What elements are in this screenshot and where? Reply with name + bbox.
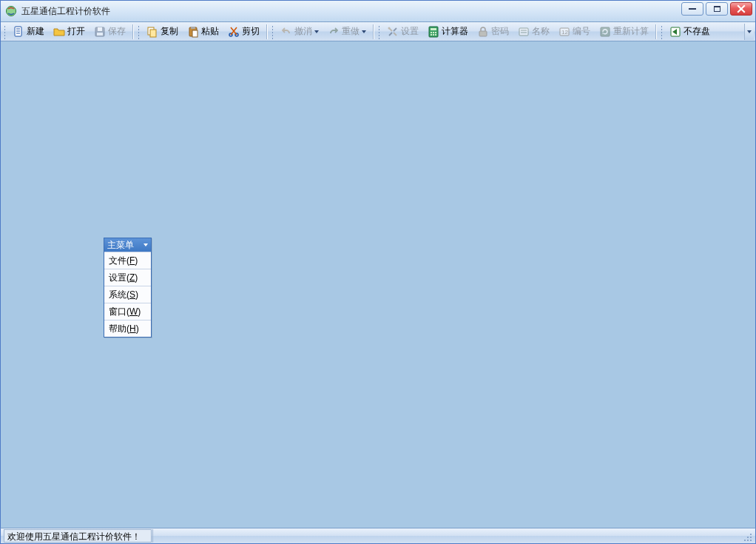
titlebar: 五星通信工程计价软件 bbox=[0, 0, 756, 21]
open-button[interactable]: 打开 bbox=[49, 23, 90, 41]
app-icon bbox=[5, 5, 17, 17]
close-button[interactable] bbox=[730, 2, 752, 16]
open-label: 打开 bbox=[67, 25, 85, 38]
minimize-button[interactable] bbox=[681, 2, 703, 16]
main-menu-title: 主菜单 bbox=[107, 238, 134, 252]
paste-icon bbox=[187, 26, 199, 38]
resize-grip[interactable] bbox=[740, 530, 752, 542]
save-icon bbox=[94, 26, 106, 38]
settings-button[interactable]: 设置 bbox=[382, 23, 423, 41]
svg-rect-18 bbox=[431, 32, 432, 33]
calculator-button[interactable]: 计算器 bbox=[423, 23, 473, 41]
undo-icon bbox=[280, 26, 292, 38]
password-button[interactable]: 密码 bbox=[473, 23, 513, 41]
calculator-label: 计算器 bbox=[442, 25, 468, 38]
toolbar-grip[interactable] bbox=[3, 24, 7, 39]
window-title: 五星通信工程计价软件 bbox=[21, 5, 110, 18]
redo-button[interactable]: 重做 bbox=[323, 23, 371, 41]
status-separator bbox=[152, 529, 153, 543]
number-button[interactable]: 12 编号 bbox=[554, 23, 595, 41]
menu-item-help[interactable]: 帮助(H) bbox=[104, 320, 151, 337]
copy-icon bbox=[146, 26, 158, 38]
cut-button[interactable]: 剪切 bbox=[223, 23, 264, 41]
new-button[interactable]: 新建 bbox=[8, 23, 49, 41]
svg-rect-11 bbox=[191, 27, 195, 29]
svg-rect-23 bbox=[435, 34, 436, 36]
svg-point-34 bbox=[750, 537, 752, 538]
workspace: 主菜单 文件(F) 设置(Z) 系统(S) 窗口(W) 帮助(H) bbox=[0, 41, 756, 528]
file-new-icon bbox=[13, 26, 24, 38]
svg-rect-9 bbox=[150, 30, 156, 37]
toolbar-separator bbox=[373, 24, 374, 39]
svg-rect-12 bbox=[192, 30, 198, 37]
toolbar-overflow-button[interactable] bbox=[744, 24, 754, 40]
settings-icon bbox=[387, 26, 399, 38]
status-blank-panel bbox=[154, 529, 679, 543]
svg-rect-24 bbox=[479, 31, 487, 36]
lock-icon bbox=[477, 26, 489, 38]
svg-rect-20 bbox=[435, 32, 436, 33]
svg-rect-6 bbox=[98, 27, 102, 31]
toolbar-separator bbox=[655, 24, 657, 39]
save-button[interactable]: 保存 bbox=[90, 23, 130, 41]
svg-point-37 bbox=[750, 540, 752, 541]
save-label: 保存 bbox=[108, 25, 126, 38]
recalc-button[interactable]: 重新计算 bbox=[595, 23, 653, 41]
copy-button[interactable]: 复制 bbox=[142, 23, 183, 41]
nosave-icon bbox=[669, 26, 681, 38]
toolbar-separator bbox=[266, 24, 268, 39]
toolbar-separator bbox=[132, 24, 134, 39]
name-label: 名称 bbox=[532, 25, 550, 38]
main-menu-header[interactable]: 主菜单 bbox=[104, 238, 151, 252]
tag-icon bbox=[518, 26, 530, 38]
undo-button[interactable]: 撤消 bbox=[276, 23, 323, 41]
toolbar-grip[interactable] bbox=[137, 24, 141, 39]
toolbar-grip[interactable] bbox=[377, 24, 381, 39]
redo-icon bbox=[328, 26, 340, 38]
svg-point-36 bbox=[747, 540, 749, 541]
menu-item-settings[interactable]: 设置(Z) bbox=[104, 269, 151, 286]
svg-rect-17 bbox=[431, 28, 436, 30]
svg-rect-7 bbox=[97, 33, 103, 36]
svg-text:12: 12 bbox=[561, 29, 568, 36]
svg-rect-21 bbox=[431, 34, 432, 36]
svg-rect-25 bbox=[519, 28, 528, 36]
main-menu-popup: 主菜单 文件(F) 设置(Z) 系统(S) 窗口(W) 帮助(H) bbox=[104, 238, 152, 338]
svg-point-35 bbox=[744, 540, 746, 541]
menu-item-window[interactable]: 窗口(W) bbox=[104, 303, 151, 320]
svg-point-15 bbox=[388, 27, 391, 29]
recalc-icon bbox=[599, 26, 611, 38]
paste-button[interactable]: 粘贴 bbox=[183, 23, 223, 41]
menu-item-file[interactable]: 文件(F) bbox=[104, 252, 151, 269]
undo-label: 撤消 bbox=[294, 25, 312, 38]
statusbar: 欢迎使用五星通信工程计价软件！ bbox=[0, 528, 756, 544]
cut-label: 剪切 bbox=[242, 25, 260, 38]
chevron-down-icon bbox=[362, 30, 366, 33]
cut-icon bbox=[228, 26, 240, 38]
calculator-icon bbox=[428, 26, 439, 38]
nosave-label: 不存盘 bbox=[684, 25, 710, 38]
password-label: 密码 bbox=[491, 25, 509, 38]
nosave-button[interactable]: 不存盘 bbox=[665, 23, 715, 41]
toolbar-grip[interactable] bbox=[271, 24, 274, 39]
number-label: 编号 bbox=[573, 25, 590, 38]
svg-point-33 bbox=[747, 537, 749, 538]
toolbar-grip[interactable] bbox=[660, 24, 664, 39]
toolbar: 新建 打开 保存 复制 粘贴 剪切 撤消 重做 设置 bbox=[1, 21, 755, 41]
maximize-button[interactable] bbox=[706, 2, 728, 16]
name-button[interactable]: 名称 bbox=[513, 23, 554, 41]
number-icon: 12 bbox=[558, 26, 570, 38]
folder-open-icon bbox=[53, 26, 65, 38]
status-message: 欢迎使用五星通信工程计价软件！ bbox=[4, 529, 152, 543]
svg-rect-30 bbox=[601, 27, 610, 36]
chevron-down-icon bbox=[144, 244, 148, 246]
redo-label: 重做 bbox=[342, 25, 360, 38]
copy-label: 复制 bbox=[161, 25, 178, 38]
svg-rect-22 bbox=[433, 34, 434, 36]
paste-label: 粘贴 bbox=[201, 25, 219, 38]
window-controls bbox=[681, 2, 752, 16]
new-label: 新建 bbox=[27, 25, 44, 38]
recalc-label: 重新计算 bbox=[613, 25, 649, 38]
chevron-down-icon bbox=[314, 30, 319, 33]
menu-item-system[interactable]: 系统(S) bbox=[104, 286, 151, 303]
